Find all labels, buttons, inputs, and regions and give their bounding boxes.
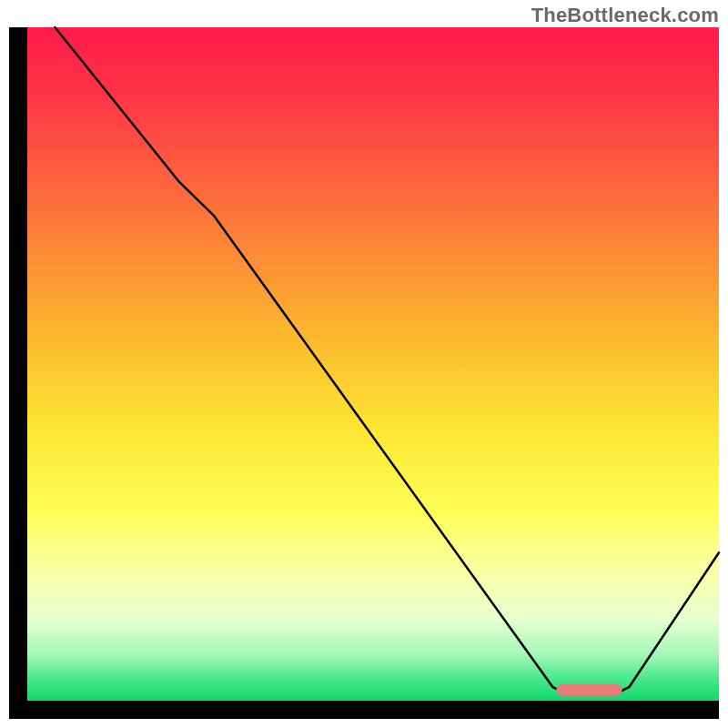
chart-container: TheBottleneck.com	[0, 0, 728, 728]
x-axis	[9, 701, 719, 719]
bottleneck-chart	[0, 0, 728, 728]
plot-background	[27, 27, 719, 701]
y-axis	[9, 27, 27, 719]
optimal-range-marker	[556, 684, 622, 696]
